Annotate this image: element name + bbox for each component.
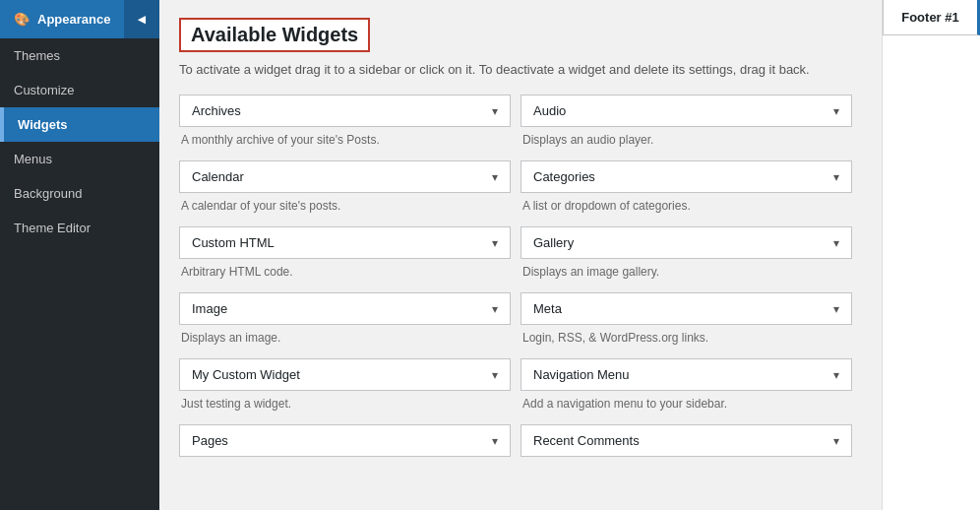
widget-chevron-8: ▾ xyxy=(492,368,498,382)
sidebar-item-widgets[interactable]: Widgets xyxy=(0,107,159,142)
widget-desc-0: A monthly archive of your site's Posts. xyxy=(179,127,511,147)
widget-name-5: Gallery xyxy=(533,235,574,250)
widget-name-6: Image xyxy=(192,301,227,316)
widget-name-0: Archives xyxy=(192,103,241,118)
sidebar-item-background[interactable]: Background xyxy=(0,176,159,211)
sidebar-item-customize[interactable]: Customize xyxy=(0,73,159,107)
widget-chevron-10: ▾ xyxy=(492,434,498,448)
widget-chevron-6: ▾ xyxy=(492,302,498,316)
widget-chevron-2: ▾ xyxy=(492,170,498,184)
widget-name-9: Navigation Menu xyxy=(533,367,630,382)
widgets-grid: Archives▾A monthly archive of your site'… xyxy=(179,95,862,471)
widget-desc-6: Displays an image. xyxy=(179,325,511,345)
widget-cell-6: Image▾Displays an image. xyxy=(179,292,521,358)
widget-chevron-5: ▾ xyxy=(833,236,839,250)
widget-desc-1: Displays an audio player. xyxy=(521,127,852,147)
widget-header-5[interactable]: Gallery▾ xyxy=(521,226,852,259)
widget-header-0[interactable]: Archives▾ xyxy=(179,95,511,127)
widget-chevron-3: ▾ xyxy=(833,170,839,184)
main-content: Available Widgets To activate a widget d… xyxy=(159,0,882,510)
widget-header-6[interactable]: Image▾ xyxy=(179,292,511,325)
sidebar-item-theme-editor[interactable]: Theme Editor xyxy=(0,211,159,245)
widget-desc-9: Add a navigation menu to your sidebar. xyxy=(521,391,852,411)
widget-name-4: Custom HTML xyxy=(192,235,275,250)
widget-header-10[interactable]: Pages▾ xyxy=(179,424,511,457)
sidebar-appearance-header[interactable]: 🎨 Appearance ◀ xyxy=(0,0,159,38)
widget-name-11: Recent Comments xyxy=(533,433,640,448)
widget-desc-7: Login, RSS, & WordPress.org links. xyxy=(521,325,852,345)
paint-icon: 🎨 xyxy=(14,12,30,27)
widget-cell-1: Audio▾Displays an audio player. xyxy=(521,95,862,160)
widget-desc-5: Displays an image gallery. xyxy=(521,259,852,279)
widget-cell-11: Recent Comments▾ xyxy=(521,424,862,471)
widget-desc-4: Arbitrary HTML code. xyxy=(179,259,511,279)
widget-desc-2: A calendar of your site's posts. xyxy=(179,193,511,213)
widget-name-8: My Custom Widget xyxy=(192,367,300,382)
widget-header-11[interactable]: Recent Comments▾ xyxy=(521,424,852,457)
widget-name-2: Calendar xyxy=(192,169,244,184)
widget-cell-2: Calendar▾A calendar of your site's posts… xyxy=(179,160,521,226)
sidebar: 🎨 Appearance ◀ ThemesCustomizeWidgetsMen… xyxy=(0,0,159,510)
widget-desc-3: A list or dropdown of categories. xyxy=(521,193,852,213)
widget-chevron-4: ▾ xyxy=(492,236,498,250)
widget-cell-0: Archives▾A monthly archive of your site'… xyxy=(179,95,521,160)
widget-cell-3: Categories▾A list or dropdown of categor… xyxy=(521,160,862,226)
widget-cell-5: Gallery▾Displays an image gallery. xyxy=(521,226,862,292)
sidebar-appearance-label: Appearance xyxy=(37,12,110,27)
widget-header-2[interactable]: Calendar▾ xyxy=(179,160,511,193)
widget-chevron-7: ▾ xyxy=(833,302,839,316)
widget-chevron-1: ▾ xyxy=(833,104,839,118)
page-title: Available Widgets xyxy=(179,18,370,52)
widget-cell-9: Navigation Menu▾Add a navigation menu to… xyxy=(521,358,862,424)
widget-header-8[interactable]: My Custom Widget▾ xyxy=(179,358,511,391)
widget-name-3: Categories xyxy=(533,169,595,184)
widget-header-1[interactable]: Audio▾ xyxy=(521,95,852,127)
widget-header-4[interactable]: Custom HTML▾ xyxy=(179,226,511,259)
widget-header-3[interactable]: Categories▾ xyxy=(521,160,852,193)
widget-header-9[interactable]: Navigation Menu▾ xyxy=(521,358,852,391)
widget-name-10: Pages xyxy=(192,433,228,448)
footer-tab[interactable]: Footer #1 xyxy=(883,0,980,35)
widget-name-7: Meta xyxy=(533,301,562,316)
right-panel: Footer #1 xyxy=(882,0,980,510)
sidebar-item-themes[interactable]: Themes xyxy=(0,38,159,73)
widget-header-7[interactable]: Meta▾ xyxy=(521,292,852,325)
widget-chevron-9: ▾ xyxy=(833,368,839,382)
widget-name-1: Audio xyxy=(533,103,566,118)
widget-desc-8: Just testing a widget. xyxy=(179,391,511,411)
sidebar-items: ThemesCustomizeWidgetsMenusBackgroundThe… xyxy=(0,38,159,245)
widget-chevron-11: ▾ xyxy=(833,434,839,448)
widget-cell-4: Custom HTML▾Arbitrary HTML code. xyxy=(179,226,521,292)
widget-chevron-0: ▾ xyxy=(492,104,498,118)
widget-cell-10: Pages▾ xyxy=(179,424,521,471)
widget-cell-8: My Custom Widget▾Just testing a widget. xyxy=(179,358,521,424)
sidebar-item-menus[interactable]: Menus xyxy=(0,142,159,176)
content-wrap: Available Widgets To activate a widget d… xyxy=(159,0,882,510)
page-subtitle: To activate a widget drag it to a sideba… xyxy=(179,62,862,77)
sidebar-collapse-arrow[interactable]: ◀ xyxy=(124,0,159,38)
widget-cell-7: Meta▾Login, RSS, & WordPress.org links. xyxy=(521,292,862,358)
